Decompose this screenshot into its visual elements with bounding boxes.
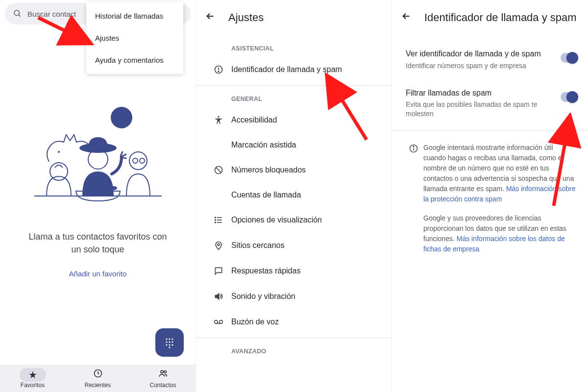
section-general: GENERAL <box>196 89 392 107</box>
back-icon[interactable] <box>401 11 412 24</box>
svg-line-1 <box>19 15 20 16</box>
info-icon <box>404 143 423 263</box>
toggle-title: Filtrar llamadas de spam <box>406 88 555 98</box>
menu-item-call-history[interactable]: Historial de llamadas <box>86 5 183 27</box>
nav-favorites[interactable]: ★ Favoritos <box>0 365 65 392</box>
add-favorite-button[interactable]: Añadir un favorito <box>69 270 127 278</box>
callerid-title: Identificador de llamada y spam <box>424 11 577 24</box>
clock-icon <box>93 368 103 381</box>
nav-label: Recientes <box>85 382 111 389</box>
menu-item-help[interactable]: Ayuda y comentarios <box>86 49 183 71</box>
divider <box>196 338 392 338</box>
row-nearby-places[interactable]: Sitios cercanos <box>196 233 392 258</box>
nav-contacts[interactable]: Contactos <box>130 365 196 392</box>
overflow-menu: Historial de llamadas Ajustes Ayuda y co… <box>86 2 183 74</box>
settings-header: Ajustes <box>196 0 392 38</box>
row-label: Accesibilidad <box>231 116 277 124</box>
switch-on[interactable] <box>561 53 578 63</box>
row-assisted-dialing[interactable]: Marcación asistida <box>196 133 392 157</box>
favorites-empty-message: Llama a tus contactos favoritos con un s… <box>24 230 171 256</box>
row-label: Buzón de voz <box>231 318 279 326</box>
nav-label: Contactos <box>149 382 176 389</box>
row-quick-responses[interactable]: Respuestas rápidas <box>196 258 392 284</box>
svg-point-46 <box>413 147 414 147</box>
row-caller-id-spam[interactable]: Identificador de llamada y spam <box>196 57 392 82</box>
block-icon <box>206 165 231 175</box>
svg-point-14 <box>169 338 170 340</box>
star-icon: ★ <box>28 369 37 380</box>
nav-label: Favoritos <box>21 382 45 389</box>
svg-point-17 <box>169 341 170 343</box>
svg-point-38 <box>215 222 216 223</box>
svg-point-6 <box>58 151 60 153</box>
svg-line-32 <box>216 168 221 173</box>
svg-point-12 <box>140 158 145 163</box>
svg-point-11 <box>133 158 138 163</box>
svg-point-21 <box>172 344 173 345</box>
nav-recent[interactable]: Recientes <box>65 365 130 392</box>
people-icon <box>158 368 169 381</box>
search-icon <box>13 9 22 19</box>
row-sound-vibration[interactable]: Sonido y vibración <box>196 284 392 309</box>
panel-settings: Ajustes ASISTENCIAL Identificador de lla… <box>196 0 392 392</box>
dialpad-icon <box>164 337 175 348</box>
info-paragraph-2: Google y sus proveedores de licencias pr… <box>423 213 576 254</box>
svg-point-20 <box>169 344 170 345</box>
row-accessibility[interactable]: Accesibilidad <box>196 107 392 133</box>
svg-point-15 <box>172 338 173 340</box>
panel-favorites: Buscar contact Historial de llamadas Aju… <box>0 0 196 392</box>
alert-circle-icon <box>206 65 231 74</box>
toggle-subtitle: Evita que las posibles llamadas de spam … <box>406 100 555 119</box>
svg-point-18 <box>172 341 173 343</box>
search-placeholder: Buscar contact <box>27 10 76 18</box>
svg-point-25 <box>164 370 166 372</box>
empty-state: Llama a tus contactos favoritos con un s… <box>0 103 196 278</box>
panel-caller-id-spam: Identificador de llamada y spam Ver iden… <box>392 0 588 392</box>
svg-point-39 <box>218 244 220 245</box>
svg-point-41 <box>220 320 223 324</box>
svg-point-29 <box>218 71 219 72</box>
menu-item-settings[interactable]: Ajustes <box>86 27 183 49</box>
row-calling-accounts[interactable]: Cuentas de llamada <box>196 183 392 207</box>
svg-point-13 <box>166 338 167 340</box>
svg-point-37 <box>215 220 216 220</box>
svg-point-2 <box>111 107 132 128</box>
location-icon <box>206 241 231 250</box>
callerid-header: Identificador de llamada y spam <box>392 0 588 38</box>
row-display-options[interactable]: Opciones de visualización <box>196 207 392 233</box>
info-paragraph-1: Google intentará mostrarte información ú… <box>423 143 576 204</box>
divider <box>196 85 392 86</box>
info-block: Google intentará mostrarte información ú… <box>392 134 588 263</box>
svg-point-30 <box>218 116 219 118</box>
toggle-title: Ver identificador de llamada y de spam <box>406 49 555 59</box>
row-label: Respuestas rápidas <box>231 267 300 275</box>
toggle-see-caller-id[interactable]: Ver identificador de llamada y de spam I… <box>392 38 588 77</box>
toggle-subtitle: Identificar números spam y de empresa <box>406 61 555 71</box>
section-advanced: AVANZADO <box>196 341 392 360</box>
row-label: Sitios cercanos <box>231 241 285 250</box>
section-assist: ASISTENCIAL <box>196 38 392 57</box>
switch-on[interactable] <box>561 92 578 102</box>
accessibility-icon <box>206 115 231 125</box>
svg-point-24 <box>160 370 163 373</box>
row-label: Opciones de visualización <box>231 216 322 224</box>
row-voicemail[interactable]: Buzón de voz <box>196 309 392 335</box>
row-label: Sonido y vibración <box>231 292 295 301</box>
row-label: Números bloqueados <box>231 166 306 174</box>
toggle-filter-spam[interactable]: Filtrar llamadas de spam Evita que las p… <box>392 77 588 126</box>
back-icon[interactable] <box>205 11 216 24</box>
svg-point-40 <box>215 320 218 324</box>
voicemail-icon <box>206 317 231 327</box>
svg-point-22 <box>169 346 170 348</box>
volume-icon <box>206 292 231 301</box>
settings-title: Ajustes <box>228 11 264 24</box>
dialpad-fab[interactable] <box>155 328 184 357</box>
row-label: Marcación asistida <box>231 141 296 149</box>
list-icon <box>206 215 231 225</box>
bottom-nav: ★ Favoritos Recientes Contactos <box>0 365 196 392</box>
divider <box>392 130 588 131</box>
svg-point-36 <box>215 217 216 218</box>
row-blocked-numbers[interactable]: Números bloqueados <box>196 157 392 183</box>
chat-icon <box>206 266 231 276</box>
svg-point-16 <box>166 341 167 343</box>
